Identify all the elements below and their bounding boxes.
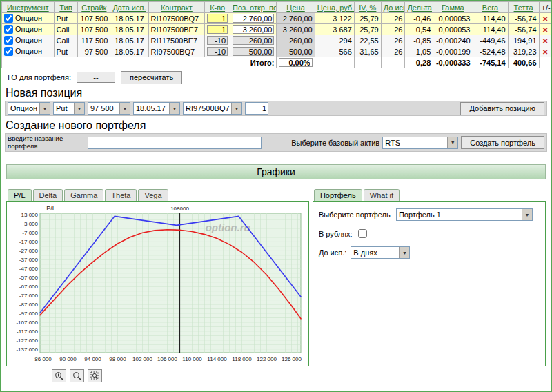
chart-tab-3[interactable]: Theta xyxy=(105,189,137,201)
column-header-0[interactable]: Инструмент xyxy=(2,2,55,13)
portfolio-name-input[interactable] xyxy=(88,137,262,149)
days-mode-select[interactable]: В днях▼ xyxy=(351,246,410,259)
in-rubles-label: В рублях: xyxy=(319,230,353,238)
column-header-4[interactable]: Контракт xyxy=(148,2,205,13)
chart-tab-2[interactable]: Gamma xyxy=(64,189,103,201)
gamma-cell: -0,000240 xyxy=(433,35,473,46)
column-header-6[interactable]: Поз. откр. по xyxy=(230,2,277,13)
svg-text:108000: 108000 xyxy=(170,206,189,212)
chart-tab-1[interactable]: Delta xyxy=(33,189,63,201)
svg-text:94 000: 94 000 xyxy=(84,356,101,362)
position-enabled-checkbox[interactable] xyxy=(4,25,13,34)
vega-cell: 114,40 xyxy=(473,24,508,35)
create-portfolio-button[interactable]: Создать портфель xyxy=(461,136,544,149)
svg-text:3 000: 3 000 xyxy=(24,221,39,227)
add-position-button[interactable]: Добавить позицию xyxy=(460,102,544,115)
charts-area: P/LDeltaGammaThetaVega 13 0003 000-7 000… xyxy=(6,188,546,382)
portfolio-select[interactable]: Портфель 1▼ xyxy=(396,208,533,221)
zoom-select-button[interactable] xyxy=(88,369,102,382)
qty-input[interactable]: -10 xyxy=(207,36,228,45)
column-header-1[interactable]: Тип xyxy=(54,2,78,13)
qty-cell: 1 xyxy=(205,13,230,24)
price-rub-cell: 3 687 xyxy=(315,24,354,35)
column-header-11[interactable]: Дельта xyxy=(405,2,433,13)
qty-input[interactable]: -10 xyxy=(207,47,228,56)
delete-position-button[interactable]: ✕ xyxy=(542,37,548,45)
portfolio-settings: Выберите портфель Портфель 1▼ В рублях: … xyxy=(313,201,546,366)
svg-text:-77 000: -77 000 xyxy=(19,293,39,299)
svg-text:98 000: 98 000 xyxy=(109,356,126,362)
recalculate-button[interactable]: пересчитать xyxy=(121,71,182,84)
zoom-in-button[interactable] xyxy=(52,369,66,382)
base-asset-select[interactable]: RTS▼ xyxy=(382,137,458,149)
totals-percent-cell: 0,00% xyxy=(277,57,315,68)
column-header-8[interactable]: Цена, руб. xyxy=(315,2,354,13)
delete-position-button[interactable]: ✕ xyxy=(542,26,548,34)
open-price-cell: 3 260,00 xyxy=(230,24,277,35)
chart-tab-0[interactable]: P/L xyxy=(8,189,32,201)
qty-input[interactable]: 1 xyxy=(207,25,228,34)
position-enabled-checkbox[interactable] xyxy=(4,14,13,23)
zoom-out-button[interactable] xyxy=(70,369,84,382)
svg-text:-67 000: -67 000 xyxy=(19,284,39,290)
in-rubles-checkbox[interactable] xyxy=(358,229,367,238)
new-position-select-1[interactable]: Put▼ xyxy=(53,102,85,115)
base-asset-label: Выберите базовый актив xyxy=(291,139,379,147)
chart-tab-4[interactable]: Vega xyxy=(138,189,168,201)
open-price-input[interactable]: 3 260,00 xyxy=(233,25,274,34)
delete-cell: ✕ xyxy=(539,46,551,57)
positions-table: ИнструментТипСтрайкДата исп.КонтрактК-во… xyxy=(1,1,552,68)
price-rub-cell: 3 122 xyxy=(315,13,354,24)
qty-cell: 1 xyxy=(205,24,230,35)
chevron-down-icon: ▼ xyxy=(231,103,241,114)
svg-text:13 000: 13 000 xyxy=(21,212,39,218)
column-header-9[interactable]: IV, % xyxy=(354,2,381,13)
portfolio-panel: ПортфельWhat if Выберите портфель Портфе… xyxy=(313,188,546,366)
column-header-7[interactable]: Цена xyxy=(277,2,315,13)
instrument-cell: Опцион xyxy=(2,35,55,46)
qty-input[interactable]: 1 xyxy=(207,14,228,23)
new-position-select-4[interactable]: RI97500BQ7▼ xyxy=(183,102,242,115)
open-price-input[interactable]: 260,00 xyxy=(233,36,274,45)
new-position-select-0-value: Опцион xyxy=(10,104,37,112)
portfolio-tab-0[interactable]: Портфель xyxy=(314,189,362,201)
column-header-2[interactable]: Страйк xyxy=(78,2,110,13)
portfolio-select-value: Портфель 1 xyxy=(399,210,441,219)
svg-text:-107 000: -107 000 xyxy=(16,320,38,326)
position-row: ОпционPut97 50018.05.17RI97500BQ7-10500,… xyxy=(2,46,552,57)
column-header-3[interactable]: Дата исп. xyxy=(110,2,148,13)
new-position-select-3-value: 18.05.17 xyxy=(136,104,166,112)
portfolio-tab-1[interactable]: What if xyxy=(364,189,400,201)
zoom-in-icon xyxy=(55,371,63,380)
price-cell: 500,00 xyxy=(277,46,315,57)
new-position-qty-input[interactable] xyxy=(245,102,268,115)
open-price-input[interactable]: 2 760,00 xyxy=(233,14,274,23)
column-header-13[interactable]: Вега xyxy=(473,2,508,13)
column-header-10[interactable]: До исп. xyxy=(381,2,405,13)
delete-position-button[interactable]: ✕ xyxy=(542,15,548,23)
svg-text:P/L: P/L xyxy=(46,205,56,212)
new-position-select-2[interactable]: 97 500▼ xyxy=(88,102,130,115)
chart-tabs: P/LDeltaGammaThetaVega xyxy=(8,188,309,201)
pl-chart[interactable]: 13 0003 000-7 000-17 000-27 000-37 000-4… xyxy=(6,201,309,366)
new-position-select-3[interactable]: 18.05.17▼ xyxy=(133,102,180,115)
open-price-cell: 2 760,00 xyxy=(230,13,277,24)
position-enabled-checkbox[interactable] xyxy=(4,36,13,45)
totals-label: Итого: xyxy=(230,57,277,68)
chart-panel: P/LDeltaGammaThetaVega 13 0003 000-7 000… xyxy=(6,188,309,382)
svg-text:114 000: 114 000 xyxy=(207,356,227,362)
column-header-14[interactable]: Тетта xyxy=(508,2,539,13)
position-enabled-checkbox[interactable] xyxy=(4,47,13,56)
contract-cell: RI117500BE7 xyxy=(148,35,205,46)
open-price-cell: 260,00 xyxy=(230,35,277,46)
chevron-down-icon: ▼ xyxy=(74,103,84,114)
delete-position-button[interactable]: ✕ xyxy=(542,48,548,56)
column-header-5[interactable]: К-во xyxy=(205,2,230,13)
iv-cell: 25,79 xyxy=(354,24,381,35)
svg-text:106 000: 106 000 xyxy=(157,356,177,362)
totals-blank xyxy=(539,57,551,68)
open-price-input[interactable]: 500,00 xyxy=(233,47,274,56)
svg-text:126 000: 126 000 xyxy=(282,356,302,362)
column-header-12[interactable]: Гамма xyxy=(433,2,473,13)
new-position-select-0[interactable]: Опцион▼ xyxy=(8,102,50,115)
